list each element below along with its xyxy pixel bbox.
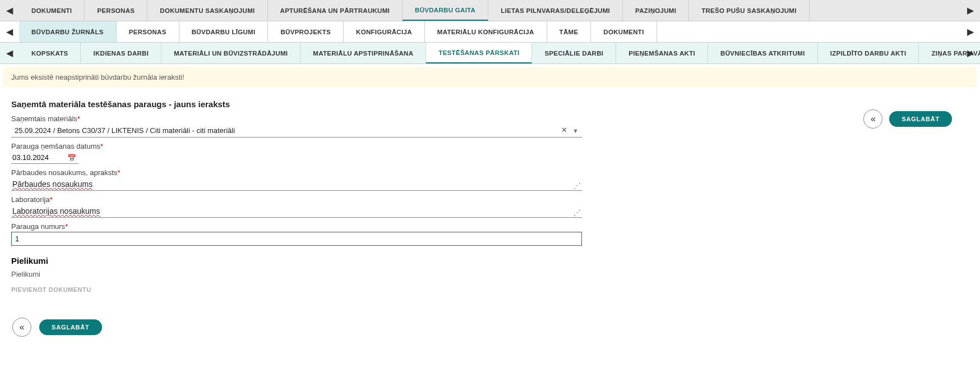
nav-sub-scroll-left[interactable]: ◀ xyxy=(0,21,19,42)
navSub-tab-1[interactable]: PERSONAS xyxy=(117,21,179,42)
navTop-tab-5[interactable]: LIETAS PILNVARAS/DELEĢĒJUMI xyxy=(488,0,623,21)
page-title: Saņemtā materiāla testēšanas paraugs - j… xyxy=(11,99,594,109)
navSub2-tab-8[interactable]: IZPILDĪTO DARBU AKTI xyxy=(818,43,919,63)
navSub-tab-6[interactable]: TĀME xyxy=(547,21,591,42)
attachments-label: Pielikumi xyxy=(11,270,594,278)
navTop-tab-0[interactable]: DOKUMENTI xyxy=(19,0,85,21)
sample-date-label: Parauga ņemšanas datums* xyxy=(11,142,594,150)
navTop-tab-1[interactable]: PERSONAS xyxy=(85,0,147,21)
navSub2-tab-4[interactable]: TESTĒŠANAS PĀRSKATI xyxy=(426,43,532,63)
resize-handle-icon[interactable]: ⋰ xyxy=(574,181,581,190)
material-clear-icon[interactable]: ✕ xyxy=(561,126,567,134)
nav-sub2-scroll-left[interactable]: ◀ xyxy=(0,43,19,63)
nav-top-scroll-right[interactable]: ▶ xyxy=(961,0,980,21)
nav-sub-scroll-right[interactable]: ▶ xyxy=(961,21,980,42)
lab-label: Laboratorija* xyxy=(11,195,594,204)
navTop-tab-3[interactable]: APTURĒŠANA UN PĀRTRAUKUMI xyxy=(268,0,403,21)
back-button-bottom[interactable]: « xyxy=(12,318,31,337)
nav-sub2-scroll-right[interactable]: ▶ xyxy=(961,43,980,63)
material-select-value: 25.09.2024 / Betons C30/37 / LIKTENIS / … xyxy=(15,126,235,135)
test-name-input[interactable]: Pārbaudes nosaukums xyxy=(11,178,582,191)
add-document-button[interactable]: Pievienot dokumentu xyxy=(11,284,91,295)
nav-top-row: ◀ DOKUMENTIPERSONASDOKUMENTU SASKAŅOJUMI… xyxy=(0,0,980,21)
save-button-side[interactable]: Saglabāt xyxy=(889,111,952,127)
attachments-title: Pielikumi xyxy=(11,256,594,265)
material-select[interactable]: 25.09.2024 / Betons C30/37 / LIKTENIS / … xyxy=(11,124,582,138)
navTop-tab-2[interactable]: DOKUMENTU SASKAŅOJUMI xyxy=(147,0,267,21)
nav-sub2-row: ◀ KOPSKATSIKDIENAS DARBIMATERIĀLI UN BŪV… xyxy=(0,43,980,64)
sample-number-label: Parauga numurs* xyxy=(11,222,594,231)
resize-handle-icon[interactable]: ⋰ xyxy=(574,208,581,217)
test-name-label: Pārbaudes nosaukums, apraksts* xyxy=(11,168,594,177)
navSub-tab-3[interactable]: BŪVPROJEKTS xyxy=(268,21,344,42)
chevron-down-icon[interactable]: ▼ xyxy=(572,127,579,134)
navSub2-tab-7[interactable]: BŪVNIECĪBAS ATKRITUMI xyxy=(708,43,818,63)
back-button-side[interactable]: « xyxy=(863,109,882,129)
navSub2-tab-6[interactable]: PIEŅEMŠANAS AKTI xyxy=(616,43,708,63)
navSub2-tab-2[interactable]: MATERIĀLI UN BŪVIZSTRĀDĀJUMI xyxy=(161,43,301,63)
calendar-icon[interactable]: 📅 xyxy=(67,154,76,162)
sample-number-input[interactable] xyxy=(11,232,582,246)
navSub2-tab-0[interactable]: KOPSKATS xyxy=(19,43,81,63)
navSub2-tab-3[interactable]: MATERIĀLU APSTIPRINĀŠANA xyxy=(301,43,426,63)
lab-input[interactable]: Laboratorijas nosaukums xyxy=(11,205,582,218)
navSub-tab-2[interactable]: BŪVDARBU LĪGUMI xyxy=(179,21,269,42)
navSub2-tab-5[interactable]: SPECIĀLIE DARBI xyxy=(532,43,616,63)
unconfirmed-records-notice: Jums eksistē neapstiprināti būvdarbu žur… xyxy=(3,67,977,87)
save-button-bottom[interactable]: Saglabāt xyxy=(39,319,102,335)
navTop-tab-4[interactable]: BŪVDARBU GAITA xyxy=(403,0,488,21)
nav-top-scroll-left[interactable]: ◀ xyxy=(0,0,19,21)
navTop-tab-7[interactable]: TREŠO PUŠU SASKAŅOJUMI xyxy=(689,0,810,21)
navSub2-tab-1[interactable]: IKDIENAS DARBI xyxy=(81,43,161,63)
navSub-tab-0[interactable]: BŪVDARBU ŽURNĀLS xyxy=(19,21,117,42)
navSub-tab-5[interactable]: MATERIĀLU KONFIGURĀCIJA xyxy=(425,21,547,42)
navSub-tab-4[interactable]: KONFIGURĀCIJA xyxy=(344,21,425,42)
navTop-tab-6[interactable]: PAZIŅOJUMI xyxy=(623,0,689,21)
material-label: Saņemtais materiāls* xyxy=(11,114,594,123)
nav-sub-row: ◀ BŪVDARBU ŽURNĀLSPERSONASBŪVDARBU LĪGUM… xyxy=(0,21,980,43)
navSub-tab-7[interactable]: DOKUMENTI xyxy=(591,21,657,42)
